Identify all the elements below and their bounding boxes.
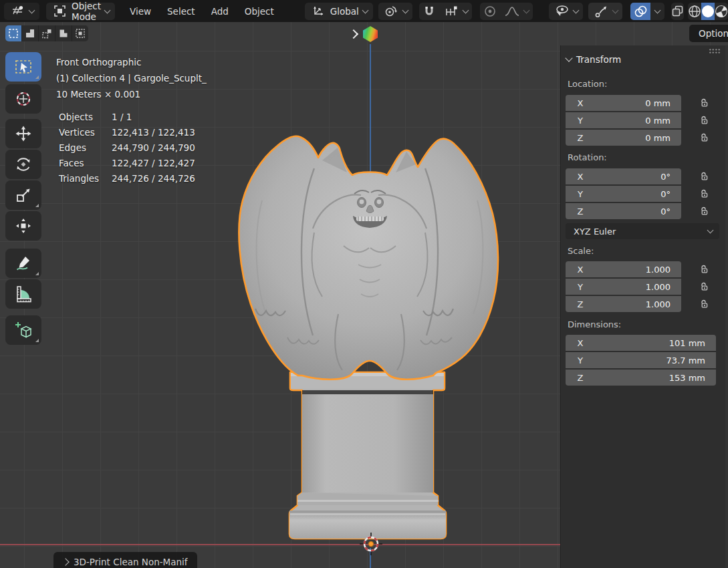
pivot-point-dropdown[interactable] [378, 3, 412, 20]
panel-scrollbar[interactable] [725, 45, 728, 568]
dimensions-z-field[interactable]: Z 153 mm [566, 370, 716, 386]
move-icon [15, 125, 32, 142]
tool-transform[interactable] [5, 211, 41, 241]
tool-measure[interactable] [5, 279, 41, 309]
unlock-icon [700, 206, 709, 216]
falloff-dropdown[interactable] [500, 3, 533, 20]
select-invert-icon [58, 28, 69, 39]
unlock-icon [700, 299, 709, 309]
collapsed-gizmo-panel[interactable] [350, 25, 379, 43]
stat-row: Faces 122,427 / 122,427 [59, 156, 195, 171]
location-z-field[interactable]: Z 0 mm [566, 130, 681, 146]
scale-z-field[interactable]: Z 1.000 [566, 296, 681, 312]
scale-y-lock-button[interactable] [698, 280, 711, 293]
solid-icon [701, 5, 715, 18]
snap-target-dropdown[interactable] [439, 3, 472, 20]
dimensions-x-field[interactable]: X 101 mm [566, 335, 716, 351]
orientation-label: Global [330, 6, 359, 17]
gizmos-dropdown[interactable] [588, 3, 622, 20]
menu-object[interactable]: Object [237, 3, 282, 20]
transform-orientation-dropdown[interactable]: Global [305, 3, 373, 20]
location-y-lock-button[interactable] [698, 114, 711, 127]
select-mode-invert-button[interactable] [55, 25, 72, 41]
location-z-lock-button[interactable] [698, 131, 711, 144]
chevron-down-icon [523, 7, 529, 13]
magnet-icon [423, 5, 435, 17]
select-mode-set-button[interactable] [5, 25, 22, 41]
location-y-field[interactable]: Y 0 mm [566, 112, 681, 128]
rotate-icon [15, 156, 32, 173]
grid-scale-label: 10 Meters × 0.001 [56, 86, 207, 102]
rotation-x-field[interactable]: X 0° [566, 168, 681, 184]
scale-label: Scale: [568, 246, 594, 256]
snap-toggle-button[interactable] [419, 3, 439, 20]
material-preview-icon [715, 5, 728, 18]
editor-type-icon [9, 3, 25, 19]
rotation-y-field[interactable]: Y 0° [566, 186, 681, 202]
scale-z-lock-button[interactable] [698, 297, 711, 311]
chevron-down-icon [462, 7, 469, 13]
last-operator-panel[interactable]: 3D-Print Clean Non-Manif [53, 552, 197, 568]
tool-scale[interactable] [5, 180, 41, 210]
scale-x-field[interactable]: X 1.000 [566, 261, 681, 277]
overlays-dropdown[interactable] [650, 3, 664, 20]
object-visibility-eye-icon [554, 3, 570, 19]
chevron-down-icon [402, 7, 408, 13]
panel-collapse-chevron-icon[interactable] [565, 54, 572, 61]
panel-title[interactable]: Transform [576, 54, 621, 65]
transform-icon [15, 217, 32, 235]
xray-toggle-button[interactable] [671, 3, 684, 20]
dimensions-y-field[interactable]: Y 73.7 mm [566, 352, 716, 368]
gargoyle-body [239, 136, 498, 380]
chevron-down-icon [612, 7, 618, 13]
select-intersect-icon [75, 28, 86, 39]
object-visibility-dropdown[interactable] [549, 3, 583, 20]
shading-solid-button[interactable] [701, 3, 715, 20]
shading-material-button[interactable] [715, 3, 728, 20]
menu-add[interactable]: Add [203, 3, 237, 20]
subtool-indicator [35, 204, 39, 207]
menu-view[interactable]: View [122, 3, 159, 20]
tool-add-cube[interactable] [5, 315, 41, 345]
select-extend-icon [25, 28, 35, 39]
unlock-icon [700, 133, 709, 142]
statistics-overlay: Objects 1 / 1 Vertices 122,413 / 122,413… [59, 110, 195, 186]
scale-y-field[interactable]: Y 1.000 [566, 279, 681, 295]
overlays-toggle-button[interactable] [630, 3, 650, 20]
tool-rotate[interactable] [5, 150, 41, 179]
subtool-indicator [35, 339, 39, 342]
menu-select[interactable]: Select [159, 3, 203, 20]
rotation-y-lock-button[interactable] [698, 187, 711, 200]
tool-select-box[interactable] [5, 52, 41, 82]
options-button[interactable]: Options [689, 25, 728, 42]
select-mode-extend-button[interactable] [22, 25, 39, 41]
stat-row: Objects 1 / 1 [59, 110, 195, 125]
mode-label: Object Mode [72, 1, 101, 22]
pivot-point-icon [383, 3, 399, 19]
rotation-mode-dropdown[interactable]: XYZ Euler [566, 223, 719, 239]
panel-grip-icon[interactable] [709, 48, 721, 53]
options-label: Options [699, 28, 728, 39]
proportional-edit-button[interactable] [480, 3, 500, 20]
add-cube-icon [14, 321, 33, 339]
gargoyle-statue-object[interactable] [221, 127, 515, 543]
tool-cursor[interactable] [5, 84, 41, 114]
rotation-z-field[interactable]: Z 0° [566, 203, 681, 219]
select-mode-intersect-button[interactable] [72, 25, 88, 41]
rotation-x-lock-button[interactable] [698, 170, 711, 183]
scale-x-lock-button[interactable] [698, 263, 711, 276]
select-mode-subtract-button[interactable] [39, 25, 55, 41]
location-x-lock-button[interactable] [698, 96, 711, 110]
select-set-icon [8, 28, 19, 39]
location-x-field[interactable]: X 0 mm [566, 95, 681, 111]
unlock-icon [700, 172, 709, 181]
tool-annotate[interactable] [5, 249, 41, 278]
mode-selector[interactable]: Object Mode [46, 3, 115, 20]
shading-wireframe-button[interactable] [688, 3, 701, 20]
collection-label: (1) Collection 4 | Gargole_Scuplt_ [56, 70, 207, 86]
editor-type-button[interactable] [4, 3, 39, 20]
rotation-z-lock-button[interactable] [698, 204, 711, 218]
stat-row: Triangles 244,726 / 244,726 [59, 171, 195, 186]
xray-icon [671, 5, 684, 17]
tool-move[interactable] [5, 119, 41, 148]
